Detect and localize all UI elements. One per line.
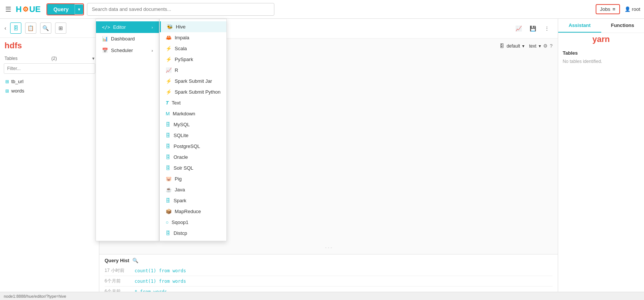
- sub-java-label: Java: [175, 187, 185, 193]
- sub-mysql-label: MySQL: [174, 122, 190, 127]
- sub-hive-label: Hive: [176, 24, 186, 30]
- logo-h: H: [16, 4, 22, 14]
- tables-label: Tables: [4, 56, 18, 61]
- query-history-header: Query Hist 🔍: [105, 258, 553, 263]
- sub-spark-submit-python[interactable]: ⚡ Spark Submit Python: [160, 87, 226, 97]
- solr-icon: 🗄: [166, 165, 171, 171]
- type-selector-arrow[interactable]: ▾: [539, 43, 541, 49]
- postgresql-icon: 🗄: [166, 143, 171, 149]
- sub-impala[interactable]: 🦀 Impala: [160, 32, 226, 43]
- table-item-words[interactable]: ⊞ words: [0, 86, 99, 96]
- spark-jar-icon: ⚡: [166, 78, 172, 84]
- sidebar-copy-icon[interactable]: 📋: [25, 22, 36, 34]
- save-icon[interactable]: 💾: [527, 23, 538, 34]
- logo-ue: UE: [29, 4, 41, 14]
- sidebar-icon-bar: ‹ 🗄 📋 🔍 ⊞: [0, 19, 99, 38]
- logo-gear-icon: ⚙: [22, 5, 28, 13]
- settings-icon[interactable]: ⚙: [543, 43, 548, 49]
- sub-hive[interactable]: 🐝 Hive: [160, 21, 226, 32]
- sub-solr-sql[interactable]: 🗄 Solr SQL: [160, 163, 226, 173]
- sub-pyspark[interactable]: ⚡ PySpark: [160, 54, 226, 65]
- sub-r[interactable]: 📈 R: [160, 65, 226, 76]
- type-selector-value[interactable]: text: [529, 43, 536, 49]
- query-dropdown-button[interactable]: ▾: [75, 4, 83, 14]
- sub-sqlite-label: SQLite: [174, 133, 189, 138]
- sidebar-db-extra: hdfs: [4, 41, 22, 51]
- sub-oracle[interactable]: 🗄 Oracle: [160, 152, 226, 163]
- no-tables-text: No tables identified.: [563, 59, 640, 64]
- history-search-icon[interactable]: 🔍: [132, 258, 138, 263]
- db-selector-icon: 🗄: [500, 43, 504, 49]
- search-input[interactable]: [87, 3, 274, 16]
- mapreduce-icon: 📦: [166, 209, 172, 214]
- more-icon[interactable]: ⋮: [541, 23, 553, 34]
- help-icon[interactable]: ?: [550, 43, 553, 49]
- table-name: words: [11, 88, 24, 94]
- history-code: count(1) from words: [135, 268, 186, 273]
- sub-mysql[interactable]: 🗄 MySQL: [160, 119, 226, 130]
- sidebar-tables-icon[interactable]: 🗄: [10, 22, 21, 34]
- user-menu[interactable]: 👤 root: [625, 6, 640, 12]
- sub-scala[interactable]: ⚡ Scala: [160, 43, 226, 54]
- sub-spark-label: Spark: [174, 198, 186, 203]
- dropdown-editor[interactable]: </> Editor ›: [96, 21, 159, 33]
- sidebar-filter-input[interactable]: [4, 63, 95, 74]
- sub-sqoop1[interactable]: ○ Sqoop1: [160, 217, 226, 228]
- sub-pig[interactable]: 🐷 Pig: [160, 173, 226, 184]
- java-icon: ☕: [166, 187, 172, 193]
- sidebar-grid-icon[interactable]: ⊞: [55, 22, 66, 34]
- dropdown-dashboard[interactable]: 📊 Dashboard: [96, 33, 159, 45]
- jobs-button[interactable]: Jobs ≡: [596, 4, 620, 14]
- table-list: ⊞ tb_url ⊞ words: [0, 77, 99, 96]
- sub-mapreduce-label: MapReduce: [175, 209, 201, 214]
- db-selector-arrow[interactable]: ▾: [522, 43, 524, 49]
- editor-header-right: 📈 💾 ⋮: [513, 23, 553, 34]
- sidebar-search-icon[interactable]: 🔍: [40, 22, 51, 34]
- history-item-0[interactable]: 17 小时前 count(1) from words: [105, 266, 553, 276]
- markdown-icon: M: [166, 111, 170, 116]
- sub-pig-label: Pig: [175, 176, 182, 182]
- distcp-icon: 🗄: [166, 230, 171, 236]
- tab-assistant[interactable]: Assistant: [558, 19, 601, 33]
- query-button[interactable]: Query: [47, 4, 74, 15]
- table-icon: ⊞: [5, 88, 9, 94]
- spark-icon: 🗄: [166, 198, 171, 203]
- history-time: 6个月前: [105, 278, 131, 284]
- spark-python-icon: ⚡: [166, 89, 172, 95]
- sub-distcp[interactable]: 🗄 Distcp: [160, 228, 226, 239]
- history-item-1[interactable]: 6个月前 count(1) from words: [105, 276, 553, 287]
- sub-postgresql-label: PostgreSQL: [174, 143, 200, 149]
- hamburger-icon[interactable]: ☰: [4, 4, 13, 15]
- tables-count: (2): [51, 56, 57, 61]
- dropdown-main: </> Editor › 📊 Dashboard 📅 Scheduler ›: [96, 19, 159, 241]
- sub-java[interactable]: ☕ Java: [160, 184, 226, 195]
- sub-mapreduce[interactable]: 📦 MapReduce: [160, 206, 226, 217]
- sub-sqlite[interactable]: 🗄 SQLite: [160, 130, 226, 141]
- right-panel-content: Tables No tables identified.: [558, 46, 644, 69]
- user-label: root: [632, 6, 640, 12]
- header: ☰ H ⚙ UE Query ▾ Jobs ≡ 👤 root: [0, 0, 644, 19]
- dropdown-scheduler[interactable]: 📅 Scheduler ›: [96, 45, 159, 56]
- sub-spark[interactable]: 🗄 Spark: [160, 195, 226, 206]
- sub-pyspark-label: PySpark: [175, 57, 193, 62]
- db-selector-value[interactable]: default: [506, 43, 520, 49]
- tables-filter-icon[interactable]: ▾: [92, 56, 94, 61]
- logo[interactable]: H ⚙ UE: [16, 4, 40, 14]
- sub-oracle-label: Oracle: [174, 154, 188, 160]
- dropdown-container: </> Editor › 📊 Dashboard 📅 Scheduler › 🐝…: [96, 19, 227, 241]
- history-time: 17 小时前: [105, 267, 131, 274]
- mysql-icon: 🗄: [166, 122, 171, 127]
- sub-postgresql[interactable]: 🗄 PostgreSQL: [160, 141, 226, 152]
- sidebar-chevron-icon[interactable]: ‹: [4, 25, 6, 31]
- sub-spark-submit-jar[interactable]: ⚡ Spark Submit Jar: [160, 76, 226, 87]
- jobs-icon: ≡: [613, 6, 616, 12]
- dropdown-scheduler-label: Scheduler: [111, 48, 133, 53]
- right-panel: Assistant Functions yarn Tables No table…: [558, 19, 644, 300]
- sub-text[interactable]: T Text: [160, 97, 226, 108]
- table-item-tb-url[interactable]: ⊞ tb_url: [0, 77, 99, 86]
- tab-functions[interactable]: Functions: [601, 19, 644, 33]
- sub-markdown[interactable]: M Markdown: [160, 108, 226, 119]
- chart-icon[interactable]: 📈: [513, 23, 524, 34]
- table-icon: ⊞: [5, 79, 9, 84]
- sub-solr-label: Solr SQL: [174, 165, 193, 171]
